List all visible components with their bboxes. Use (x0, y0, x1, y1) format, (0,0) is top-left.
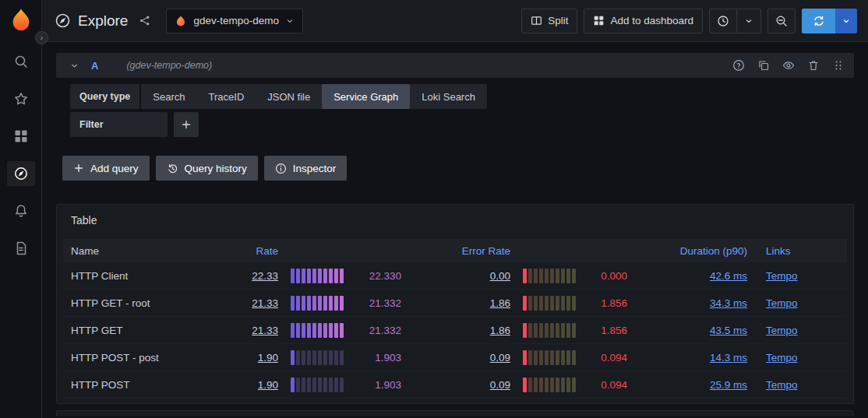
error-rate-gauge (523, 269, 576, 283)
query-type-row: Query type SearchTraceIDJSON fileService… (70, 84, 854, 109)
rate-gauge (291, 323, 344, 338)
sidebar-item-search[interactable] (7, 49, 35, 74)
help-button[interactable] (732, 59, 745, 72)
duration-link[interactable]: 14.3 ms (710, 352, 747, 364)
sidebar: › (0, 0, 42, 418)
remove-query-button[interactable] (807, 59, 820, 72)
column-header-links[interactable]: Links (755, 245, 847, 257)
query-type-option-search[interactable]: Search (141, 84, 196, 109)
column-header-rate[interactable]: Rate (178, 245, 286, 257)
rate-link[interactable]: 1.90 (258, 379, 278, 391)
share-icon (139, 15, 150, 26)
inspector-button[interactable]: Inspector (264, 156, 348, 181)
table-row: HTTP POST 1.90 1.903 0.09 0.094 25.9 ms … (63, 371, 847, 399)
sidebar-expand-button[interactable]: › (35, 31, 48, 44)
explore-compass-icon (55, 12, 71, 29)
rate-gauge-value: 21.332 (344, 325, 411, 336)
info-circle-icon (275, 163, 287, 174)
error-rate-link[interactable]: 0.09 (490, 379, 510, 391)
rate-link[interactable]: 22.33 (252, 270, 278, 282)
eye-icon (782, 59, 795, 72)
split-columns-icon (531, 15, 542, 26)
column-header-error-rate[interactable]: Error Rate (411, 245, 518, 257)
query-type-option-json-file[interactable]: JSON file (256, 84, 322, 109)
error-rate-link[interactable]: 1.86 (490, 325, 510, 336)
query-type-option-service-graph[interactable]: Service Graph (322, 84, 410, 109)
star-icon (13, 91, 29, 107)
error-rate-link[interactable]: 0.00 (490, 270, 510, 282)
table-row: HTTP GET - root 21.33 21.332 1.86 1.856 … (63, 290, 847, 317)
rate-gauge-value: 21.332 (344, 297, 411, 309)
tempo-link[interactable]: Tempo (766, 270, 798, 282)
panel-title: Table (63, 213, 847, 239)
topbar-actions: Split Add to dashboard (521, 9, 857, 33)
secondary-actions: Add query Query history Inspector (62, 156, 854, 181)
sidebar-item-explore[interactable] (7, 161, 35, 186)
datasource-picker[interactable]: gdev-tempo-demo (166, 9, 303, 33)
drag-handle[interactable] (832, 59, 845, 72)
split-button[interactable]: Split (521, 9, 577, 33)
service-graph-table: Name Rate Error Rate Duration (p90) Link… (63, 239, 847, 399)
sidebar-item-dashboards[interactable] (7, 124, 35, 149)
error-rate-gauge-value: 0.000 (576, 270, 637, 282)
document-icon (13, 241, 29, 256)
time-range-caret-button[interactable] (736, 9, 761, 33)
duration-link[interactable]: 42.6 ms (710, 270, 747, 282)
sidebar-item-alerting[interactable] (7, 198, 35, 223)
rate-link[interactable]: 21.33 (252, 297, 278, 309)
run-interval-caret-button[interactable] (835, 9, 857, 33)
time-picker (709, 9, 761, 33)
plus-icon (73, 163, 84, 174)
rate-gauge-value: 1.903 (344, 352, 411, 364)
chevron-down-icon (285, 16, 295, 26)
error-rate-link[interactable]: 1.86 (490, 297, 510, 309)
rate-gauge (291, 269, 344, 283)
table-body: HTTP Client 22.33 22.330 0.00 0.000 42.6… (63, 262, 847, 399)
tempo-link[interactable]: Tempo (766, 297, 798, 309)
disable-query-button[interactable] (782, 59, 795, 72)
add-to-dashboard-button[interactable]: Add to dashboard (584, 9, 703, 33)
explore-content: A (gdev-tempo-demo) (42, 42, 868, 418)
sidebar-item-docs[interactable] (7, 236, 35, 261)
apps-grid-icon (13, 128, 29, 144)
chevron-down-icon (744, 16, 753, 26)
rate-link[interactable]: 21.33 (252, 325, 278, 336)
rate-link[interactable]: 1.90 (258, 352, 278, 364)
duration-link[interactable]: 25.9 ms (710, 379, 747, 391)
error-rate-gauge (523, 350, 576, 365)
sidebar-item-starred[interactable] (7, 86, 35, 111)
query-type-options: SearchTraceIDJSON fileService GraphLoki … (141, 84, 487, 109)
query-type-option-loki-search[interactable]: Loki Search (410, 84, 487, 109)
time-range-button[interactable] (709, 9, 737, 33)
duplicate-query-button[interactable] (757, 59, 770, 72)
add-filter-button[interactable] (174, 112, 199, 137)
column-header-duration[interactable]: Duration (p90) (637, 245, 755, 257)
table-row: HTTP GET 21.33 21.332 1.86 1.856 43.5 ms… (63, 317, 847, 344)
error-rate-gauge (523, 378, 576, 392)
tempo-link[interactable]: Tempo (766, 379, 798, 391)
service-name-cell: HTTP GET - root (63, 297, 178, 309)
refresh-sync-icon (813, 15, 825, 27)
column-header-name[interactable]: Name (63, 245, 178, 257)
error-rate-link[interactable]: 0.09 (490, 352, 510, 364)
error-rate-gauge-value: 1.856 (576, 297, 637, 309)
rate-gauge-value: 22.330 (344, 270, 411, 282)
tempo-link[interactable]: Tempo (766, 352, 798, 364)
duration-link[interactable]: 34.3 ms (710, 297, 747, 309)
bell-icon (13, 203, 29, 219)
query-history-button[interactable]: Query history (156, 156, 258, 181)
query-row-actions (732, 59, 845, 72)
zoom-out-button[interactable] (767, 9, 796, 33)
add-query-button[interactable]: Add query (62, 156, 150, 181)
error-rate-gauge-value: 0.094 (576, 379, 637, 391)
grafana-logo[interactable] (9, 8, 33, 33)
topbar: Explore gdev-tempo-demo (42, 0, 868, 42)
tempo-link[interactable]: Tempo (766, 325, 798, 336)
zoom-out-icon (775, 15, 788, 27)
run-query-button[interactable] (802, 9, 836, 33)
share-link-button[interactable] (136, 12, 153, 29)
query-type-option-traceid[interactable]: TraceID (197, 84, 256, 109)
datasource-name: gdev-tempo-demo (193, 15, 279, 26)
collapse-chevron-icon[interactable] (69, 60, 80, 72)
duration-link[interactable]: 43.5 ms (710, 325, 747, 336)
